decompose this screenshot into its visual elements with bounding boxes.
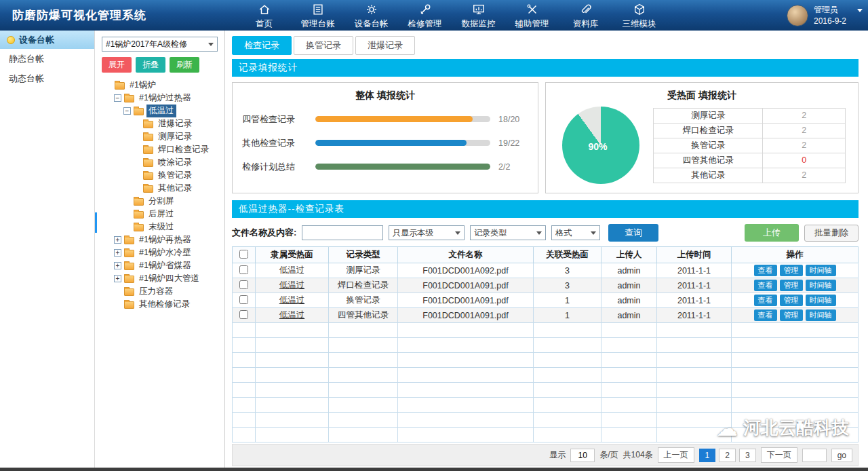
collapse-icon[interactable]: − xyxy=(123,107,131,115)
caret-down-icon[interactable] xyxy=(857,9,863,12)
page-number-1[interactable]: 1 xyxy=(699,449,716,462)
tree-node[interactable]: 喷涂记录 xyxy=(102,156,218,169)
expand-icon[interactable]: + xyxy=(114,275,121,282)
nav-equipment-ledger[interactable]: 设备台帐 xyxy=(344,1,398,30)
tree-node[interactable]: 测厚记录 xyxy=(102,130,218,143)
manage-button[interactable]: 管理 xyxy=(780,309,803,321)
nav-auxiliary-management[interactable]: 辅助管理 xyxy=(505,1,559,30)
surface-name[interactable]: 低温过 xyxy=(279,310,305,320)
empty-row xyxy=(233,368,859,383)
view-button[interactable]: 查看 xyxy=(754,309,777,321)
tree-node[interactable]: +#1锅炉四大管道 xyxy=(102,272,218,285)
tree-node[interactable]: −#1锅炉过热器 xyxy=(102,92,218,105)
surface-name[interactable]: 低温过 xyxy=(279,295,305,305)
nav-maintenance-management[interactable]: 检修管理 xyxy=(398,1,452,30)
tree-node[interactable]: 后屏过 xyxy=(102,208,218,221)
file-name-input[interactable] xyxy=(302,225,383,240)
folder-icon xyxy=(134,108,144,115)
folder-icon xyxy=(143,185,153,193)
expand-icon[interactable]: + xyxy=(114,249,121,257)
go-button[interactable]: go xyxy=(831,449,852,462)
tree-node[interactable]: 其他检修记录 xyxy=(102,298,218,311)
tab-inspection-records[interactable]: 检查记录 xyxy=(232,36,292,55)
page-body: 设备台帐 静态台帐 动态台帐 #1锅炉2017年A级检修 展开 折叠 刷新 #1… xyxy=(0,31,868,471)
tab-leak-explosion-records[interactable]: 泄爆记录 xyxy=(355,36,415,55)
surface-name[interactable]: 低温过 xyxy=(279,280,305,290)
bullet-icon xyxy=(7,36,15,44)
tree-scrollbar-thumb[interactable] xyxy=(95,212,97,233)
goto-page-input[interactable] xyxy=(802,449,827,462)
sidebar-item-static-ledger[interactable]: 静态台帐 xyxy=(0,49,94,69)
tree-node[interactable]: 焊口检查记录 xyxy=(102,143,218,156)
sidebar-section-equipment-ledger[interactable]: 设备台帐 xyxy=(0,31,94,49)
timeline-button[interactable]: 时间轴 xyxy=(806,295,836,306)
progress-track xyxy=(315,164,490,170)
progress-label: 四管检查记录 xyxy=(242,113,307,126)
tree-node[interactable]: +#1锅炉水冷壁 xyxy=(102,246,218,259)
wrench-icon xyxy=(418,3,432,17)
page-number-2[interactable]: 2 xyxy=(719,449,736,462)
format-select[interactable]: 格式 xyxy=(551,225,600,240)
upload-button[interactable]: 上传 xyxy=(745,224,799,242)
page-number-3[interactable]: 3 xyxy=(739,449,756,462)
nav-data-monitoring[interactable]: 数据监控 xyxy=(452,1,505,30)
column-header: 文件名称 xyxy=(398,247,534,263)
view-button[interactable]: 查看 xyxy=(754,280,777,291)
manage-button[interactable]: 管理 xyxy=(780,280,803,291)
table-row: 低温过测厚记录F001DCD001A092.pdf3admin2011-1-1查… xyxy=(233,263,859,278)
tree-node[interactable]: 换管记录 xyxy=(102,169,218,182)
collapse-all-button[interactable]: 折叠 xyxy=(136,57,165,73)
timeline-button[interactable]: 时间轴 xyxy=(806,265,836,276)
record-type-cell: 测厚记录 xyxy=(329,263,398,278)
select-all-checkbox[interactable] xyxy=(239,250,248,259)
tree-node[interactable]: +#1锅炉省煤器 xyxy=(102,259,218,272)
batch-delete-button[interactable]: 批量删除 xyxy=(804,225,859,242)
tree-node-label: #1锅炉再热器 xyxy=(137,233,193,246)
surface-name: 低温过 xyxy=(279,265,305,275)
tree-node[interactable]: 末级过 xyxy=(102,221,218,233)
expand-all-button[interactable]: 展开 xyxy=(102,57,132,73)
tree-node[interactable]: +#1锅炉再热器 xyxy=(102,233,218,246)
refresh-tree-button[interactable]: 刷新 xyxy=(170,57,199,73)
expand-icon[interactable]: + xyxy=(114,236,121,244)
empty-row xyxy=(233,428,859,442)
user-menu[interactable]: 管理员 2016-9-2 xyxy=(787,4,853,26)
table-row: 低温过焊口检查记录F001DCD001A091.pdf3admin2011-1-… xyxy=(233,278,859,293)
equipment-tree-panel: #1锅炉2017年A级检修 展开 折叠 刷新 #1锅炉−#1锅炉过热器−低温过泄… xyxy=(95,31,225,471)
tree-node[interactable]: 其他记录 xyxy=(102,182,218,195)
page-size-input[interactable] xyxy=(570,449,595,462)
inspection-plan-select[interactable]: #1锅炉2017年A级检修 xyxy=(102,37,218,52)
progress-value: 19/22 xyxy=(498,138,527,148)
nav-management-ledger[interactable]: 管理台账 xyxy=(291,1,344,30)
timeline-button[interactable]: 时间轴 xyxy=(806,280,836,291)
next-page-button[interactable]: 下一页 xyxy=(761,447,797,463)
search-button[interactable]: 查询 xyxy=(608,224,658,242)
timeline-button[interactable]: 时间轴 xyxy=(806,309,836,321)
collapse-icon[interactable]: − xyxy=(114,94,121,102)
expand-icon[interactable]: + xyxy=(114,262,121,269)
surface-stat-row: 其他记录2 xyxy=(654,168,846,183)
tree-node[interactable]: 泄爆记录 xyxy=(102,117,218,130)
record-type-select[interactable]: 记录类型 xyxy=(470,225,546,240)
row-checkbox[interactable] xyxy=(239,265,248,274)
tree-node[interactable]: #1锅炉 xyxy=(102,79,218,92)
tree-node[interactable]: −低温过 xyxy=(102,105,218,117)
nav-document-library[interactable]: 资料库 xyxy=(559,1,612,30)
nav-3d-module[interactable]: 三维模块 xyxy=(612,1,666,30)
view-button[interactable]: 查看 xyxy=(754,295,777,306)
surface-stats-body: 90% 测厚记录2焊口检查记录2换管记录2四管其他记录0其他记录2 xyxy=(546,102,858,193)
tab-tube-replacement-records[interactable]: 换管记录 xyxy=(294,36,353,55)
nav-home[interactable]: 首页 xyxy=(237,1,291,30)
prev-page-button[interactable]: 上一页 xyxy=(658,447,694,463)
view-button[interactable]: 查看 xyxy=(754,265,777,276)
tree-node[interactable]: 分割屏 xyxy=(102,195,218,208)
row-checkbox[interactable] xyxy=(239,280,248,289)
manage-button[interactable]: 管理 xyxy=(780,295,803,306)
manage-button[interactable]: 管理 xyxy=(780,265,803,276)
page-size-label: 显示 xyxy=(549,449,566,461)
row-checkbox[interactable] xyxy=(239,295,248,304)
sidebar-item-dynamic-ledger[interactable]: 动态台帐 xyxy=(0,69,94,88)
scope-select[interactable]: 只显示本级 xyxy=(389,225,465,240)
tree-node[interactable]: 压力容器 xyxy=(102,285,218,298)
row-checkbox[interactable] xyxy=(239,310,248,319)
